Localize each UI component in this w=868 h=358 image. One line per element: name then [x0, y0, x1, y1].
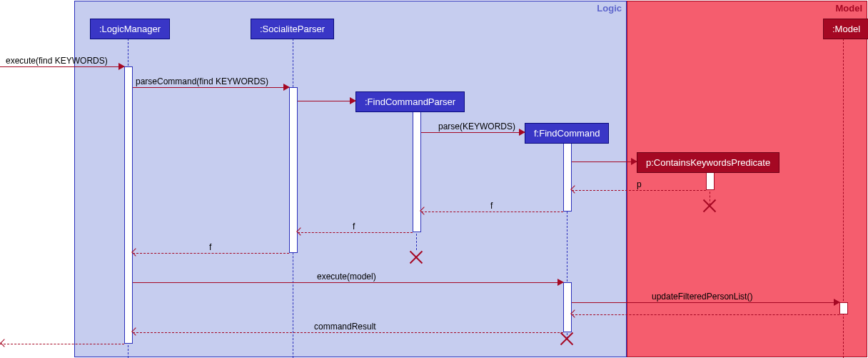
msg-return-f3	[133, 253, 289, 254]
msg-command-result	[133, 332, 563, 333]
msg-update-list	[572, 302, 839, 303]
arrow-icon	[0, 339, 8, 347]
msg-execute-in	[0, 66, 124, 67]
participant-find-command: f:FindCommand	[525, 123, 609, 144]
destroy-find-command-parser	[409, 250, 423, 264]
msg-return-f2	[298, 232, 413, 233]
msg-return-f1	[421, 212, 563, 212]
msg-update-list-label: updateFilteredPersonList()	[652, 292, 752, 302]
arrow-icon	[283, 84, 290, 91]
msg-parse-command	[133, 87, 289, 88]
participant-find-command-parser: :FindCommandParser	[355, 91, 465, 112]
arrow-icon	[519, 129, 525, 136]
frame-logic: Logic	[74, 1, 627, 357]
msg-command-result-label: commandResult	[314, 322, 376, 332]
msg-return-f3-label: f	[209, 242, 211, 252]
msg-return-f2-label: f	[353, 222, 355, 232]
participant-logic-manager: :LogicManager	[90, 19, 170, 39]
msg-create-predicate	[572, 161, 637, 162]
arrow-icon	[118, 63, 125, 70]
participant-socialite-parser: :SocialiteParser	[251, 19, 334, 39]
msg-execute-label: execute(find KEYWORDS)	[6, 56, 108, 66]
activation-model	[839, 302, 848, 314]
arrow-icon	[631, 158, 637, 165]
msg-parse	[421, 132, 525, 133]
arrow-icon	[350, 97, 356, 104]
msg-return-p	[572, 190, 706, 191]
msg-parse-command-label: parseCommand(find KEYWORDS)	[136, 76, 268, 86]
frame-model-label: Model	[835, 3, 862, 14]
msg-create-fcp	[298, 101, 355, 101]
activation-socialite-parser	[289, 87, 298, 253]
activation-find-command-2	[563, 282, 572, 332]
activation-find-command-parser	[413, 101, 421, 232]
msg-parse-label: parse(KEYWORDS)	[438, 121, 515, 131]
activation-find-command-1	[563, 132, 572, 212]
arrow-icon	[557, 279, 564, 286]
activation-logic-manager	[124, 66, 133, 344]
arrow-icon	[834, 299, 840, 306]
frame-logic-label: Logic	[597, 3, 622, 14]
msg-return-out	[0, 344, 124, 344]
destroy-predicate	[702, 199, 717, 213]
msg-return-f1-label: f	[490, 201, 493, 211]
msg-execute-model	[133, 282, 563, 283]
participant-predicate: p:ContainsKeywordsPredicate	[637, 152, 779, 173]
msg-execute-model-label: execute(model)	[317, 272, 376, 282]
destroy-find-command	[560, 332, 574, 346]
msg-return-p-label: p	[637, 179, 642, 189]
frame-model: Model	[627, 1, 867, 357]
participant-model: :Model	[823, 19, 868, 39]
msg-return-model	[572, 314, 839, 315]
